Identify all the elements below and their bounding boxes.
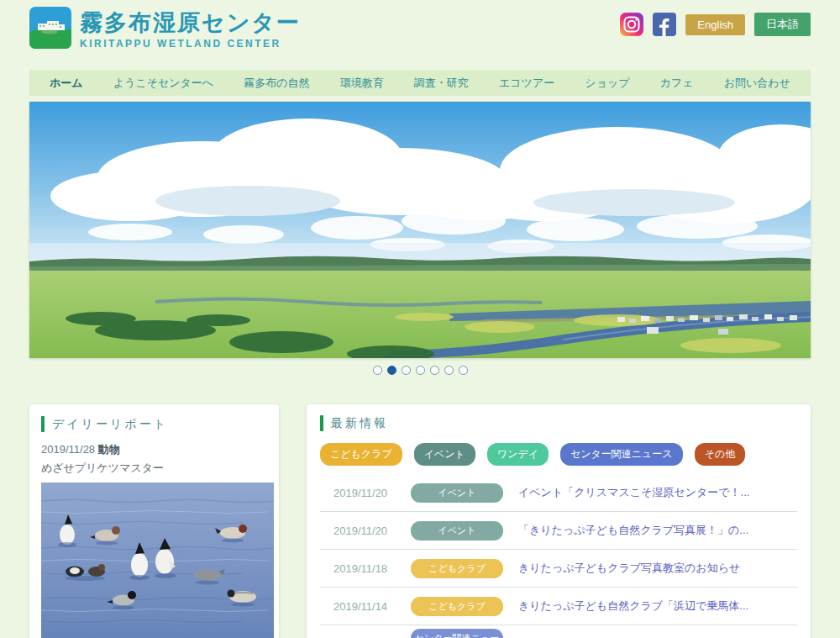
daily-report-meta: 2019/11/28 動物	[41, 442, 270, 457]
latest-news-title: 最新情報	[331, 416, 388, 431]
carousel-dot-5[interactable]	[430, 366, 439, 375]
news-date: 2019/11/20	[333, 525, 401, 537]
nav-item-welcome[interactable]: ようこそセンターへ	[113, 76, 213, 91]
news-item-link[interactable]: きりたっぷ子どもクラブ写真教室のお知らせ	[518, 561, 740, 576]
brand-text: 霧多布湿原センター KIRITAPPU WETLAND CENTER	[80, 9, 301, 50]
news-category-badge: センター関連ニュース	[411, 629, 503, 638]
carousel-dot-7[interactable]	[459, 366, 468, 375]
language-english-button[interactable]: English	[685, 14, 745, 35]
nav-item-contact[interactable]: お問い合わせ	[724, 76, 790, 91]
daily-report-date: 2019/11/28	[41, 443, 95, 456]
nav-item-education[interactable]: 環境教育	[340, 76, 384, 91]
facebook-icon[interactable]	[653, 13, 676, 36]
news-category-filters: こどもクラブ イベント ワンデイ センター関連ニュース その他	[320, 443, 797, 466]
filter-other-button[interactable]: その他	[695, 443, 746, 466]
nav-item-shop[interactable]: ショップ	[585, 76, 629, 91]
nav-item-home[interactable]: ホーム	[50, 76, 83, 91]
daily-report-header: デイリーリポート	[41, 416, 270, 432]
carousel-dot-1[interactable]	[373, 366, 382, 375]
news-category-badge: こどもクラブ	[411, 559, 503, 578]
news-row[interactable]: 2019/11/20 イベント 「きりたっぷ子ども自然クラブ写真展！」の...	[320, 512, 797, 550]
site-logo[interactable]: 霧多布湿原センター KIRITAPPU WETLAND CENTER	[29, 7, 301, 52]
header-controls: English 日本語	[620, 13, 811, 36]
nav-item-nature[interactable]: 霧多布の自然	[244, 76, 309, 91]
news-category-badge: イベント	[411, 521, 503, 540]
carousel-dot-6[interactable]	[444, 366, 454, 375]
filter-kids-club-button[interactable]: こどもクラブ	[320, 443, 402, 466]
carousel-dot-4[interactable]	[416, 366, 425, 375]
filter-oneday-button[interactable]: ワンデイ	[487, 443, 549, 466]
carousel-dot-3[interactable]	[402, 366, 411, 375]
main-navigation: ホーム ようこそセンターへ 霧多布の自然 環境教育 調査・研究 エコツアー ショ…	[29, 70, 811, 96]
daily-report-category: 動物	[98, 443, 120, 456]
news-category-badge: こどもクラブ	[411, 597, 503, 616]
daily-report-title: デイリーリポート	[52, 417, 168, 432]
hero-carousel-image[interactable]	[29, 102, 811, 358]
news-list: 2019/11/20 イベント イベント「クリスマスこそ湿原センターで！... …	[320, 474, 797, 638]
section-accent-bar	[320, 415, 323, 431]
site-title: 霧多布湿原センター	[80, 9, 301, 38]
site-subtitle: KIRITAPPU WETLAND CENTER	[80, 38, 301, 50]
nav-item-ecotour[interactable]: エコツアー	[499, 76, 554, 91]
language-japanese-button[interactable]: 日本語	[754, 13, 811, 36]
news-item-link[interactable]: イベント「クリスマスこそ湿原センターで！...	[518, 485, 749, 500]
daily-report-photo[interactable]	[41, 482, 274, 638]
filter-event-button[interactable]: イベント	[414, 443, 475, 466]
news-row[interactable]: 2019/11/14 こどもクラブ きりたっぷ子ども自然クラブ「浜辺で乗馬体..…	[320, 588, 797, 625]
logo-icon	[29, 7, 71, 52]
latest-news-header: 最新情報	[320, 415, 797, 431]
carousel-dot-2-active[interactable]	[387, 366, 396, 375]
news-item-link[interactable]: きりたっぷ子ども自然クラブ「浜辺で乗馬体...	[518, 598, 748, 614]
latest-news-panel: 最新情報 こどもクラブ イベント ワンデイ センター関連ニュース その他 201…	[307, 404, 811, 638]
site-header: 霧多布湿原センター KIRITAPPU WETLAND CENTER	[29, 0, 811, 70]
news-row[interactable]: 2019/11/20 イベント イベント「クリスマスこそ湿原センターで！...	[320, 474, 797, 512]
filter-center-news-button[interactable]: センター関連ニュース	[560, 443, 683, 466]
nav-item-research[interactable]: 調査・研究	[414, 76, 469, 91]
daily-report-panel: デイリーリポート 2019/11/28 動物 めざせプリケツマスター	[29, 404, 279, 638]
carousel-dots	[29, 358, 811, 381]
news-date: 2019/11/14	[333, 600, 401, 613]
news-date: 2019/11/18	[333, 562, 401, 575]
news-row[interactable]: 2019/10/21 センター関連ニュース 霧多布湿原センター閉館のお知らせ	[320, 625, 797, 638]
news-item-link[interactable]: 「きりたっぷ子ども自然クラブ写真展！」の...	[518, 523, 748, 538]
news-category-badge: イベント	[411, 483, 503, 503]
nav-item-cafe[interactable]: カフェ	[660, 76, 694, 91]
news-row[interactable]: 2019/11/18 こどもクラブ きりたっぷ子どもクラブ写真教室のお知らせ	[320, 550, 797, 588]
daily-report-entry-title[interactable]: めざせプリケツマスター	[41, 461, 270, 476]
section-accent-bar	[41, 416, 45, 432]
news-date: 2019/11/20	[333, 487, 401, 499]
instagram-icon[interactable]	[620, 13, 643, 36]
